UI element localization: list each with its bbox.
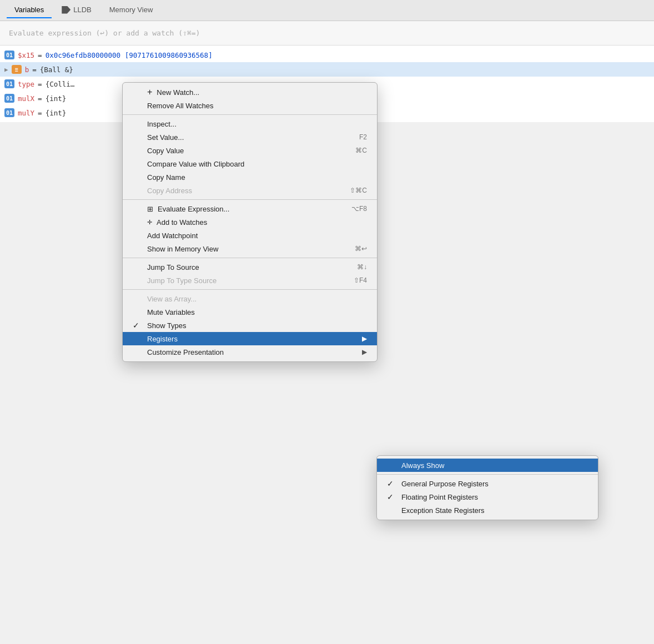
menu-item-show-types[interactable]: ✓ Show Types (123, 319, 377, 332)
menu-item-new-watch[interactable]: + New Watch... (123, 85, 377, 99)
submenu-registers: Always Show ✓ General Purpose Registers … (376, 455, 598, 520)
var-eq-mulx: = (38, 94, 42, 103)
menu-shortcut-jump-type-source: ⇧F4 (354, 276, 367, 284)
submenu-label-floating: Floating Point Registers (401, 493, 478, 501)
menu-item-compare[interactable]: Compare Value with Clipboard (123, 157, 377, 170)
menu-item-evaluate[interactable]: ⊞ Evaluate Expression... ⌥F8 (123, 202, 377, 215)
menu-shortcut-jump-source: ⌘↓ (357, 263, 367, 271)
menu-shortcut-copy-value: ⌘C (355, 147, 367, 154)
submenu-label-exception: Exception State Registers (401, 506, 485, 515)
menu-label-inspect: Inspect... (147, 120, 177, 128)
menu-label-show-memory: Show in Memory View (147, 245, 218, 253)
menu-label-compare: Compare Value with Clipboard (147, 160, 244, 168)
badge-x15: 01 (4, 51, 14, 59)
menu-item-inspect[interactable]: Inspect... (123, 117, 377, 130)
var-eq-muly: = (38, 109, 42, 117)
menu-item-remove-watches[interactable]: Remove All Watches (123, 99, 377, 112)
var-row-x15[interactable]: 01 $x15 = 0x0c96efdb80000000 [9071761009… (0, 48, 654, 62)
menu-label-copy-name: Copy Name (147, 173, 185, 182)
menu-label-copy-value: Copy Value (147, 147, 184, 155)
watches-icon: ✛ (147, 219, 152, 226)
submenu-item-exception[interactable]: Exception State Registers (377, 504, 598, 517)
menu-label-jump-type-source: Jump To Type Source (147, 276, 217, 285)
submenu-item-always-show[interactable]: Always Show (377, 459, 598, 472)
plus-icon: + (147, 88, 152, 97)
submenu-label-always-show: Always Show (401, 461, 444, 470)
menu-item-jump-type-source: Jump To Type Source ⇧F4 (123, 274, 377, 287)
menu-label-new-watch: New Watch... (157, 88, 199, 97)
menu-item-copy-address: Copy Address ⇧⌘C (123, 184, 377, 197)
submenu-check-floating: ✓ (387, 492, 397, 501)
menu-label-remove-watches: Remove All Watches (147, 102, 213, 110)
menu-label-add-watchpoint: Add Watchpoint (147, 232, 198, 240)
menu-shortcut-show-memory: ⌘↩ (355, 245, 367, 253)
submenu-separator-1 (377, 474, 598, 475)
menu-check-show-types: ✓ (133, 321, 143, 330)
tab-variables[interactable]: Variables (7, 2, 52, 18)
menu-label-jump-source: Jump To Source (147, 263, 199, 271)
menu-label-view-array: View as Array... (147, 295, 197, 303)
menu-shortcut-evaluate: ⌥F8 (351, 205, 367, 213)
menu-label-copy-address: Copy Address (147, 187, 192, 195)
menu-item-copy-name[interactable]: Copy Name (123, 170, 377, 184)
menu-label-show-types: Show Types (147, 321, 187, 330)
var-eq-type: = (38, 80, 42, 88)
menu-label-mute: Mute Variables (147, 308, 195, 316)
separator-4 (123, 289, 377, 290)
submenu-check-general: ✓ (387, 479, 397, 488)
menu-item-add-watchpoint[interactable]: Add Watchpoint (123, 229, 377, 242)
menu-label-evaluate: Evaluate Expression... (158, 205, 229, 213)
expand-arrow-b[interactable]: ▶ (4, 66, 8, 73)
tab-bar: Variables LLDB Memory View (0, 0, 654, 21)
menu-item-copy-value[interactable]: Copy Value ⌘C (123, 144, 377, 157)
menu-label-registers: Registers (147, 335, 178, 343)
var-name-muly: mulY (18, 109, 34, 117)
menu-label-add-watches: Add to Watches (157, 218, 207, 227)
var-val-b: {Ball &} (40, 66, 73, 74)
var-val-x15: 0x0c96efdb80000000 [9071761009860936568] (46, 51, 213, 59)
separator-3 (123, 258, 377, 258)
separator-1 (123, 114, 377, 115)
expression-bar[interactable]: Evaluate expression (↩) or add a watch (… (0, 21, 654, 46)
var-name-x15: $x15 (18, 51, 34, 59)
var-eq-x15: = (38, 51, 42, 59)
menu-item-mute[interactable]: Mute Variables (123, 305, 377, 319)
menu-item-add-watches[interactable]: ✛ Add to Watches (123, 215, 377, 229)
submenu-item-general[interactable]: ✓ General Purpose Registers (377, 477, 598, 490)
badge-muly: 01 (4, 108, 14, 117)
menu-shortcut-set-value: F2 (359, 133, 367, 141)
menu-label-set-value: Set Value... (147, 133, 184, 142)
submenu-label-general: General Purpose Registers (401, 480, 489, 488)
var-eq-b: = (32, 66, 37, 74)
var-name-b: b (25, 66, 29, 74)
context-menu: + New Watch... Remove All Watches Inspec… (122, 82, 378, 362)
badge-mulx: 01 (4, 94, 14, 103)
badge-type: 01 (4, 79, 14, 88)
menu-label-customize: Customize Presentation (147, 348, 224, 356)
menu-item-jump-source[interactable]: Jump To Source ⌘↓ (123, 260, 377, 274)
menu-item-customize[interactable]: Customize Presentation ▶ (123, 345, 377, 359)
menu-item-view-array: View as Array... (123, 292, 377, 305)
menu-item-registers[interactable]: Registers ▶ (123, 332, 377, 345)
badge-b: ≡ (12, 65, 22, 74)
tab-lldb[interactable]: LLDB (54, 2, 99, 18)
menu-arrow-customize: ▶ (362, 348, 367, 356)
var-name-mulx: mulX (18, 94, 34, 103)
tab-memory-view[interactable]: Memory View (102, 2, 161, 18)
var-val-type: {Colli… (46, 80, 75, 88)
var-val-muly: {int} (46, 109, 67, 117)
var-val-mulx: {int} (46, 94, 67, 103)
menu-item-show-memory[interactable]: Show in Memory View ⌘↩ (123, 242, 377, 255)
menu-item-set-value[interactable]: Set Value... F2 (123, 130, 377, 144)
var-row-b[interactable]: ▶ ≡ b = {Ball &} (0, 62, 654, 77)
separator-2 (123, 199, 377, 200)
submenu-item-floating[interactable]: ✓ Floating Point Registers (377, 490, 598, 504)
menu-shortcut-copy-address: ⇧⌘C (350, 187, 367, 194)
var-name-type: type (18, 80, 34, 88)
menu-arrow-registers: ▶ (362, 335, 367, 343)
calc-icon: ⊞ (147, 205, 153, 213)
lldb-icon (62, 6, 71, 14)
